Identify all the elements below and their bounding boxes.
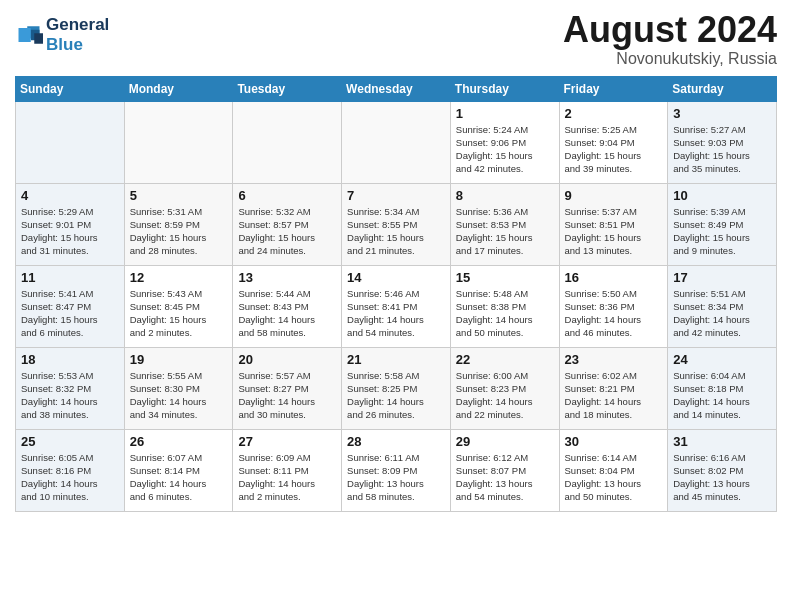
- calendar-cell: 27Sunrise: 6:09 AM Sunset: 8:11 PM Dayli…: [233, 429, 342, 511]
- day-info: Sunrise: 5:27 AM Sunset: 9:03 PM Dayligh…: [673, 123, 771, 176]
- day-info: Sunrise: 6:04 AM Sunset: 8:18 PM Dayligh…: [673, 369, 771, 422]
- day-info: Sunrise: 5:55 AM Sunset: 8:30 PM Dayligh…: [130, 369, 228, 422]
- day-info: Sunrise: 5:39 AM Sunset: 8:49 PM Dayligh…: [673, 205, 771, 258]
- calendar-cell: 3Sunrise: 5:27 AM Sunset: 9:03 PM Daylig…: [668, 101, 777, 183]
- calendar-cell: 26Sunrise: 6:07 AM Sunset: 8:14 PM Dayli…: [124, 429, 233, 511]
- day-number: 6: [238, 188, 336, 203]
- calendar-cell: 23Sunrise: 6:02 AM Sunset: 8:21 PM Dayli…: [559, 347, 668, 429]
- calendar-header-row: SundayMondayTuesdayWednesdayThursdayFrid…: [16, 76, 777, 101]
- day-number: 28: [347, 434, 445, 449]
- day-header-monday: Monday: [124, 76, 233, 101]
- day-info: Sunrise: 5:24 AM Sunset: 9:06 PM Dayligh…: [456, 123, 554, 176]
- day-header-sunday: Sunday: [16, 76, 125, 101]
- day-info: Sunrise: 6:11 AM Sunset: 8:09 PM Dayligh…: [347, 451, 445, 504]
- day-number: 2: [565, 106, 663, 121]
- title-block: August 2024 Novonukutskiy, Russia: [563, 10, 777, 68]
- calendar-cell: 22Sunrise: 6:00 AM Sunset: 8:23 PM Dayli…: [450, 347, 559, 429]
- calendar-cell: 20Sunrise: 5:57 AM Sunset: 8:27 PM Dayli…: [233, 347, 342, 429]
- calendar-cell: 6Sunrise: 5:32 AM Sunset: 8:57 PM Daylig…: [233, 183, 342, 265]
- page-container: General Blue August 2024 Novonukutskiy, …: [0, 0, 792, 522]
- calendar-cell: 31Sunrise: 6:16 AM Sunset: 8:02 PM Dayli…: [668, 429, 777, 511]
- day-info: Sunrise: 5:37 AM Sunset: 8:51 PM Dayligh…: [565, 205, 663, 258]
- day-info: Sunrise: 5:48 AM Sunset: 8:38 PM Dayligh…: [456, 287, 554, 340]
- day-number: 23: [565, 352, 663, 367]
- calendar-cell: 24Sunrise: 6:04 AM Sunset: 8:18 PM Dayli…: [668, 347, 777, 429]
- calendar-cell: 19Sunrise: 5:55 AM Sunset: 8:30 PM Dayli…: [124, 347, 233, 429]
- day-info: Sunrise: 5:41 AM Sunset: 8:47 PM Dayligh…: [21, 287, 119, 340]
- day-info: Sunrise: 5:53 AM Sunset: 8:32 PM Dayligh…: [21, 369, 119, 422]
- calendar-cell: 1Sunrise: 5:24 AM Sunset: 9:06 PM Daylig…: [450, 101, 559, 183]
- day-number: 27: [238, 434, 336, 449]
- day-info: Sunrise: 5:43 AM Sunset: 8:45 PM Dayligh…: [130, 287, 228, 340]
- day-number: 26: [130, 434, 228, 449]
- day-number: 18: [21, 352, 119, 367]
- calendar-cell: 13Sunrise: 5:44 AM Sunset: 8:43 PM Dayli…: [233, 265, 342, 347]
- calendar-cell: 9Sunrise: 5:37 AM Sunset: 8:51 PM Daylig…: [559, 183, 668, 265]
- calendar-week-row: 4Sunrise: 5:29 AM Sunset: 9:01 PM Daylig…: [16, 183, 777, 265]
- calendar-cell: 17Sunrise: 5:51 AM Sunset: 8:34 PM Dayli…: [668, 265, 777, 347]
- location-subtitle: Novonukutskiy, Russia: [563, 50, 777, 68]
- calendar-cell: [233, 101, 342, 183]
- logo-icon: [15, 21, 43, 49]
- day-info: Sunrise: 5:58 AM Sunset: 8:25 PM Dayligh…: [347, 369, 445, 422]
- day-number: 19: [130, 352, 228, 367]
- calendar-cell: 10Sunrise: 5:39 AM Sunset: 8:49 PM Dayli…: [668, 183, 777, 265]
- day-number: 13: [238, 270, 336, 285]
- day-info: Sunrise: 5:25 AM Sunset: 9:04 PM Dayligh…: [565, 123, 663, 176]
- calendar-week-row: 1Sunrise: 5:24 AM Sunset: 9:06 PM Daylig…: [16, 101, 777, 183]
- calendar-cell: 21Sunrise: 5:58 AM Sunset: 8:25 PM Dayli…: [342, 347, 451, 429]
- day-number: 17: [673, 270, 771, 285]
- day-number: 15: [456, 270, 554, 285]
- calendar-week-row: 18Sunrise: 5:53 AM Sunset: 8:32 PM Dayli…: [16, 347, 777, 429]
- calendar-cell: 25Sunrise: 6:05 AM Sunset: 8:16 PM Dayli…: [16, 429, 125, 511]
- day-number: 4: [21, 188, 119, 203]
- day-number: 21: [347, 352, 445, 367]
- logo: General Blue: [15, 15, 109, 54]
- day-info: Sunrise: 6:09 AM Sunset: 8:11 PM Dayligh…: [238, 451, 336, 504]
- day-header-wednesday: Wednesday: [342, 76, 451, 101]
- day-number: 14: [347, 270, 445, 285]
- day-number: 29: [456, 434, 554, 449]
- day-info: Sunrise: 5:57 AM Sunset: 8:27 PM Dayligh…: [238, 369, 336, 422]
- day-info: Sunrise: 5:34 AM Sunset: 8:55 PM Dayligh…: [347, 205, 445, 258]
- day-number: 11: [21, 270, 119, 285]
- calendar-cell: 18Sunrise: 5:53 AM Sunset: 8:32 PM Dayli…: [16, 347, 125, 429]
- day-number: 7: [347, 188, 445, 203]
- calendar-cell: 16Sunrise: 5:50 AM Sunset: 8:36 PM Dayli…: [559, 265, 668, 347]
- day-info: Sunrise: 5:31 AM Sunset: 8:59 PM Dayligh…: [130, 205, 228, 258]
- calendar-cell: [342, 101, 451, 183]
- page-header: General Blue August 2024 Novonukutskiy, …: [15, 10, 777, 68]
- calendar-cell: 8Sunrise: 5:36 AM Sunset: 8:53 PM Daylig…: [450, 183, 559, 265]
- calendar-cell: 4Sunrise: 5:29 AM Sunset: 9:01 PM Daylig…: [16, 183, 125, 265]
- day-number: 10: [673, 188, 771, 203]
- day-number: 25: [21, 434, 119, 449]
- day-number: 30: [565, 434, 663, 449]
- day-info: Sunrise: 5:44 AM Sunset: 8:43 PM Dayligh…: [238, 287, 336, 340]
- calendar-week-row: 11Sunrise: 5:41 AM Sunset: 8:47 PM Dayli…: [16, 265, 777, 347]
- day-header-tuesday: Tuesday: [233, 76, 342, 101]
- day-header-saturday: Saturday: [668, 76, 777, 101]
- calendar-cell: 15Sunrise: 5:48 AM Sunset: 8:38 PM Dayli…: [450, 265, 559, 347]
- svg-marker-3: [19, 28, 31, 42]
- day-info: Sunrise: 5:46 AM Sunset: 8:41 PM Dayligh…: [347, 287, 445, 340]
- day-info: Sunrise: 5:50 AM Sunset: 8:36 PM Dayligh…: [565, 287, 663, 340]
- day-number: 16: [565, 270, 663, 285]
- day-number: 1: [456, 106, 554, 121]
- day-info: Sunrise: 5:51 AM Sunset: 8:34 PM Dayligh…: [673, 287, 771, 340]
- day-info: Sunrise: 6:07 AM Sunset: 8:14 PM Dayligh…: [130, 451, 228, 504]
- calendar-cell: 11Sunrise: 5:41 AM Sunset: 8:47 PM Dayli…: [16, 265, 125, 347]
- day-info: Sunrise: 6:00 AM Sunset: 8:23 PM Dayligh…: [456, 369, 554, 422]
- calendar-cell: 30Sunrise: 6:14 AM Sunset: 8:04 PM Dayli…: [559, 429, 668, 511]
- day-header-thursday: Thursday: [450, 76, 559, 101]
- day-info: Sunrise: 6:14 AM Sunset: 8:04 PM Dayligh…: [565, 451, 663, 504]
- day-number: 5: [130, 188, 228, 203]
- day-number: 20: [238, 352, 336, 367]
- day-info: Sunrise: 6:05 AM Sunset: 8:16 PM Dayligh…: [21, 451, 119, 504]
- day-info: Sunrise: 5:36 AM Sunset: 8:53 PM Dayligh…: [456, 205, 554, 258]
- calendar-week-row: 25Sunrise: 6:05 AM Sunset: 8:16 PM Dayli…: [16, 429, 777, 511]
- day-number: 12: [130, 270, 228, 285]
- calendar-cell: 12Sunrise: 5:43 AM Sunset: 8:45 PM Dayli…: [124, 265, 233, 347]
- calendar-table: SundayMondayTuesdayWednesdayThursdayFrid…: [15, 76, 777, 512]
- calendar-cell: 28Sunrise: 6:11 AM Sunset: 8:09 PM Dayli…: [342, 429, 451, 511]
- svg-marker-4: [34, 33, 43, 44]
